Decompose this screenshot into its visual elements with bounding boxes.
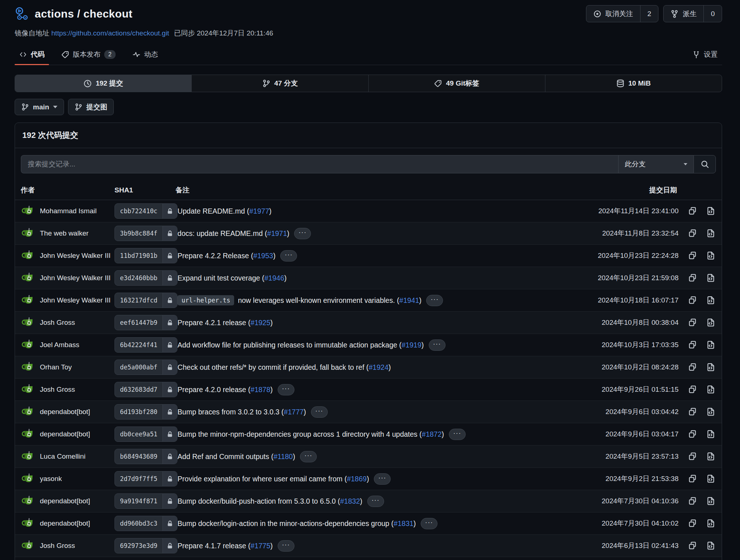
issue-link[interactable]: #1869 [347, 475, 367, 483]
avatar[interactable] [21, 316, 35, 330]
issue-link[interactable]: #1832 [340, 497, 360, 505]
avatar[interactable] [21, 293, 35, 307]
copy-sha-icon[interactable] [688, 274, 697, 282]
copy-sha-icon[interactable] [688, 541, 697, 550]
tab-code[interactable]: 代码 [15, 45, 49, 65]
unwatch-button[interactable]: 取消关注 [586, 5, 640, 22]
avatar[interactable] [21, 383, 35, 396]
issue-link[interactable]: #1953 [253, 252, 273, 260]
expand-commit-message-button[interactable]: ··· [421, 518, 437, 529]
commit-message[interactable]: Update README.md ( [177, 207, 249, 215]
commit-sha-button[interactable]: 3b9b8c884f [114, 226, 177, 241]
copy-sha-icon[interactable] [688, 229, 697, 238]
commit-sha-button[interactable]: eef61447b9 [114, 315, 177, 330]
commit-author[interactable]: The web walker [40, 229, 89, 237]
expand-commit-message-button[interactable]: ··· [429, 339, 446, 351]
avatar[interactable] [21, 271, 35, 285]
avatar[interactable] [21, 427, 35, 441]
stat-size[interactable]: 10 MiB [545, 75, 722, 92]
commit-graph-button[interactable]: 提交图 [68, 99, 114, 115]
commit-sha-button[interactable]: 9a9194f871 [114, 493, 177, 509]
branch-filter-select[interactable]: 此分支 [618, 155, 694, 173]
copy-sha-icon[interactable] [688, 207, 697, 215]
commit-message[interactable]: Add workflow file for publishing release… [177, 341, 401, 349]
expand-commit-message-button[interactable]: ··· [374, 473, 391, 485]
commit-message[interactable]: Prepare 4.2.0 release ( [177, 386, 250, 394]
issue-link[interactable]: #1941 [399, 296, 419, 305]
commit-message[interactable]: Bump docker/login-action in the minor-ac… [177, 519, 394, 528]
avatar[interactable] [21, 516, 35, 530]
commit-sha-button[interactable]: 6d193bf280 [114, 404, 177, 420]
copy-sha-icon[interactable] [688, 407, 697, 416]
commit-author[interactable]: Josh Gross [40, 542, 75, 550]
browse-source-file-icon[interactable] [706, 385, 715, 394]
expand-commit-message-button[interactable]: ··· [280, 250, 297, 262]
commit-author[interactable]: John Wesley Walker III [40, 274, 110, 282]
tab-releases[interactable]: 版本发布 2 [57, 45, 120, 65]
branch-selector[interactable]: main [15, 99, 64, 115]
commit-message[interactable]: Prepare 4.2.1 release ( [177, 319, 250, 327]
expand-commit-message-button[interactable]: ··· [294, 228, 311, 239]
commit-sha-button[interactable]: 11bd71901b [114, 248, 177, 263]
commit-message[interactable]: docs: update README.md ( [177, 229, 267, 238]
copy-sha-icon[interactable] [688, 296, 697, 305]
issue-link[interactable]: #1878 [251, 386, 270, 394]
commit-message[interactable]: Add Ref and Commit outputs ( [177, 452, 273, 461]
expand-commit-message-button[interactable]: ··· [367, 496, 384, 507]
commit-message[interactable]: Prepare 4.1.7 release ( [177, 542, 250, 550]
expand-commit-message-button[interactable]: ··· [300, 451, 317, 462]
avatar[interactable] [21, 450, 35, 463]
commit-sha-button[interactable]: dd960bd3c3 [114, 516, 177, 531]
browse-source-file-icon[interactable] [706, 541, 715, 550]
commit-author[interactable]: Orhan Toy [40, 363, 72, 371]
avatar[interactable] [21, 360, 35, 374]
commit-message[interactable]: Bump docker/build-push-action from 5.3.0… [177, 497, 340, 505]
issue-link[interactable]: #1919 [402, 341, 421, 349]
commit-message[interactable]: Bump braces from 3.0.2 to 3.0.3 ( [177, 408, 283, 416]
commit-sha-button[interactable]: 692973e3d9 [114, 538, 177, 553]
expand-commit-message-button[interactable]: ··· [449, 429, 466, 440]
copy-sha-icon[interactable] [688, 519, 697, 528]
browse-source-file-icon[interactable] [706, 341, 715, 349]
browse-source-file-icon[interactable] [706, 207, 715, 215]
copy-sha-icon[interactable] [688, 430, 697, 439]
issue-link[interactable]: #1971 [267, 229, 287, 238]
commit-author[interactable]: dependabot[bot] [40, 430, 90, 438]
commit-author[interactable]: Josh Gross [40, 386, 75, 394]
expand-commit-message-button[interactable]: ··· [426, 295, 443, 306]
browse-source-file-icon[interactable] [706, 229, 715, 238]
search-button[interactable] [694, 155, 716, 173]
commit-sha-button[interactable]: b684943689 [114, 449, 177, 464]
expand-commit-message-button[interactable]: ··· [278, 384, 294, 395]
commit-author[interactable]: Joel Ambass [40, 341, 79, 349]
commit-sha-button[interactable]: e3d2460bbb [114, 270, 177, 286]
browse-source-file-icon[interactable] [706, 430, 715, 439]
browse-source-file-icon[interactable] [706, 474, 715, 483]
commit-message[interactable]: Expand unit test coverage ( [177, 274, 264, 282]
commit-message[interactable]: Prepare 4.2.2 Release ( [177, 252, 253, 260]
browse-source-file-icon[interactable] [706, 363, 715, 372]
copy-sha-icon[interactable] [688, 318, 697, 327]
mirror-url-link[interactable]: https://github.com/actions/checkout.git [51, 29, 169, 37]
copy-sha-icon[interactable] [688, 497, 697, 505]
avatar[interactable] [21, 539, 35, 553]
copy-sha-icon[interactable] [688, 363, 697, 372]
commit-author[interactable]: dependabot[bot] [40, 519, 90, 527]
browse-source-file-icon[interactable] [706, 296, 715, 305]
browse-source-file-icon[interactable] [706, 251, 715, 260]
avatar[interactable] [21, 249, 35, 263]
commit-author[interactable]: John Wesley Walker III [40, 296, 110, 304]
expand-commit-message-button[interactable]: ··· [278, 540, 294, 552]
copy-sha-icon[interactable] [688, 474, 697, 483]
avatar[interactable] [21, 338, 35, 352]
avatar[interactable] [21, 226, 35, 240]
copy-sha-icon[interactable] [688, 251, 697, 260]
issue-link[interactable]: #1775 [251, 542, 270, 550]
repo-title[interactable]: actions / checkout [35, 8, 132, 20]
commit-message[interactable]: Provide explanation for where user email… [177, 475, 347, 483]
browse-source-file-icon[interactable] [706, 452, 715, 461]
avatar[interactable] [21, 204, 35, 218]
commit-author[interactable]: John Wesley Walker III [40, 252, 110, 260]
avatar[interactable] [21, 494, 35, 508]
commit-sha-button[interactable]: db0cee9a51 [114, 426, 177, 442]
